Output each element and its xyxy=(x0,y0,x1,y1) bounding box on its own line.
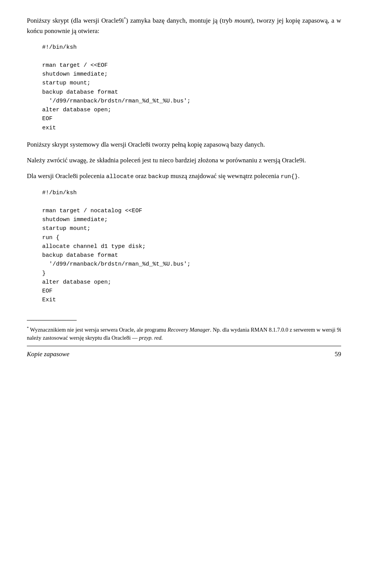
footer-title: Kopie zapasowe xyxy=(27,349,69,359)
footnote-text-1: Wyznacznikiem nie jest wersja serwera Or… xyxy=(29,326,168,332)
footnote-italic-recovery: Recovery Manager xyxy=(168,326,210,332)
intro-text-1: Poniższy skrypt (dla wersji Oracle9i xyxy=(27,17,124,24)
paragraph-3: Należy zwrócić uwagę, że składnia polece… xyxy=(27,155,341,165)
para4-text2: oraz xyxy=(134,172,148,180)
intro-paragraph: Poniższy skrypt (dla wersji Oracle9i*) z… xyxy=(27,15,341,36)
paragraph-4: Dla wersji Oracle8i polecenia allocate o… xyxy=(27,171,341,182)
para4-text3: muszą znajdować się wewnątrz polecenia xyxy=(169,172,281,180)
page-footer: Kopie zapasowe 59 xyxy=(27,346,341,359)
para4-text1: Dla wersji Oracle8i polecenia xyxy=(27,172,106,180)
footer-page-number: 59 xyxy=(335,349,341,359)
footnote-italic-przyp: przyp. red. xyxy=(139,335,163,341)
footnote-divider xyxy=(27,320,77,320)
inline-code-run: run{} xyxy=(281,173,298,180)
intro-text-2: ) zamyka bazę danych, montuje ją (tryb xyxy=(126,17,234,24)
page-container: Poniższy skrypt (dla wersji Oracle9i*) z… xyxy=(0,0,368,373)
paragraph-2: Poniższy skrypt systemowy dla wersji Ora… xyxy=(27,139,341,150)
code-block-2: #!/bin/ksh rman target / nocatalog <<EOF… xyxy=(42,188,341,304)
para4-text4: . xyxy=(298,172,299,180)
intro-italic: mount xyxy=(235,17,251,24)
inline-code-backup: backup xyxy=(148,173,169,180)
footnote: * Wyznacznikiem nie jest wersja serwera … xyxy=(27,325,341,342)
inline-code-allocate: allocate xyxy=(106,173,134,180)
code-block-1: #!/bin/ksh rman target / <<EOF shutdown … xyxy=(42,43,341,132)
